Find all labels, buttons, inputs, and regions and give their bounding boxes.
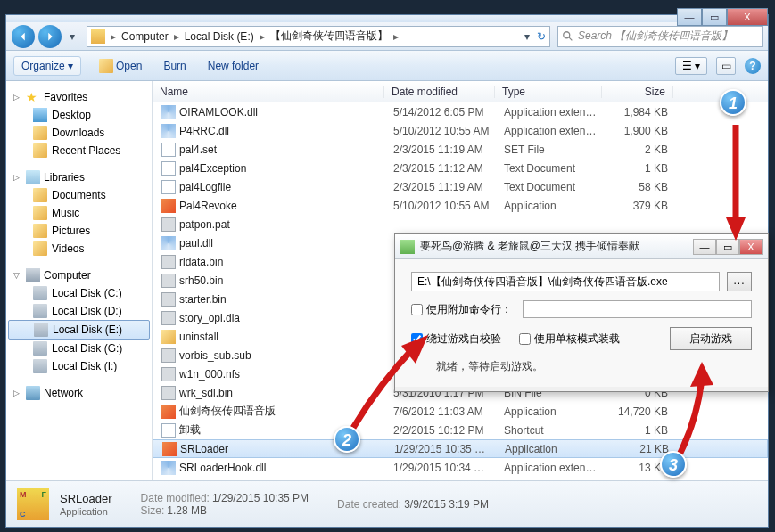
column-header-name[interactable]: Name	[153, 86, 384, 98]
annotation-badge-2: 2	[334, 426, 360, 453]
svg-point-0	[564, 31, 570, 37]
file-icon	[161, 386, 176, 400]
documents-icon	[33, 188, 47, 202]
file-name: pal4.set	[179, 143, 217, 156]
sidebar-item-drive-c[interactable]: Local Disk (C:)	[6, 284, 152, 302]
star-icon: ★	[26, 90, 40, 104]
dialog-minimize-button[interactable]: —	[693, 239, 716, 255]
burn-button[interactable]: Burn	[160, 57, 189, 75]
status-text: 就绪，等待启动游戏。	[436, 359, 752, 374]
help-button[interactable]: ?	[745, 58, 761, 74]
file-name: 卸载	[179, 422, 201, 438]
file-icon	[161, 461, 176, 475]
computer-icon	[26, 268, 40, 282]
chevron-down-icon[interactable]: ▾	[524, 30, 530, 43]
new-folder-button[interactable]: New folder	[204, 57, 262, 75]
skip-selfcheck-checkbox[interactable]: 绕过游戏自校验	[411, 331, 501, 347]
file-date: 5/10/2012 10:55 AM	[386, 125, 497, 137]
column-header-type[interactable]: Type	[495, 86, 602, 98]
sidebar-item-pictures[interactable]: Pictures	[6, 222, 152, 240]
breadcrumb-segment[interactable]: Computer	[118, 30, 172, 43]
column-header-date[interactable]: Date modified	[384, 86, 495, 98]
table-row[interactable]: pal4.set2/3/2015 11:19 AMSET File2 KB	[153, 140, 768, 159]
refresh-icon[interactable]: ↻	[537, 30, 546, 43]
organize-button[interactable]: Organize ▾	[13, 56, 81, 76]
file-size: 58 KB	[604, 181, 675, 193]
history-dropdown-icon[interactable]: ▾	[65, 30, 79, 43]
preview-pane-button[interactable]: ▭	[716, 57, 736, 75]
table-row[interactable]: 仙剑奇侠传四语音版7/6/2012 11:03 AMApplication14,…	[153, 402, 768, 421]
file-size: 379 KB	[604, 200, 675, 212]
breadcrumb-segment[interactable]: 【仙剑奇侠传四语音版】	[267, 29, 392, 44]
file-icon	[161, 311, 176, 325]
file-icon	[161, 124, 176, 138]
file-date: 1/29/2015 10:35 PM	[387, 443, 498, 455]
drive-icon	[33, 341, 47, 356]
file-name: OIRAMLOOK.dll	[179, 106, 258, 119]
app-icon	[400, 240, 415, 254]
table-row[interactable]: pal4Logfile2/3/2015 11:19 AMText Documen…	[153, 177, 768, 196]
sidebar-item-drive-i[interactable]: Local Disk (I:)	[6, 357, 152, 375]
file-icon	[161, 348, 176, 363]
dialog-maximize-button[interactable]: ▭	[716, 239, 739, 255]
file-date: 2/3/2015 11:19 AM	[386, 181, 497, 193]
exe-path-input[interactable]: E:\【仙剑奇侠传四语音版】\仙剑奇侠传四语音版.exe	[411, 272, 720, 291]
sidebar-item-downloads[interactable]: Downloads	[6, 124, 152, 142]
browse-button[interactable]: ...	[727, 272, 752, 291]
drive-icon	[34, 323, 48, 337]
table-row[interactable]: OIRAMLOOK.dll5/14/2012 6:05 PMApplicatio…	[153, 102, 768, 121]
sidebar-item-drive-d[interactable]: Local Disk (D:)	[6, 302, 152, 320]
sidebar-item-videos[interactable]: Videos	[6, 240, 152, 258]
dialog-titlebar[interactable]: 要死鸟@游腾 & 老旅鼠@三大汉 携手倾情奉献 — ▭ X	[395, 234, 768, 259]
dialog-title: 要死鸟@游腾 & 老旅鼠@三大汉 携手倾情奉献	[420, 239, 693, 254]
network-header[interactable]: ▷Network	[6, 384, 152, 402]
favorites-header[interactable]: ▷★Favorites	[6, 88, 152, 106]
back-button[interactable]	[12, 25, 35, 48]
file-name: pal4Logfile	[179, 181, 231, 193]
table-row[interactable]: 卸载2/2/2015 10:12 PMShortcut1 KB	[153, 421, 768, 439]
single-core-checkbox[interactable]: 使用单核模式装载	[519, 331, 620, 347]
breadcrumb[interactable]: ▸ Computer ▸ Local Disk (E:) ▸ 【仙剑奇侠传四语音…	[87, 26, 550, 47]
sidebar-item-desktop[interactable]: Desktop	[6, 106, 152, 124]
toolbar: Organize ▾ Open Burn New folder ☰ ▾ ▭ ?	[6, 51, 768, 81]
table-row[interactable]: P4RRC.dll5/10/2012 10:55 AMApplication e…	[153, 121, 768, 140]
file-icon	[161, 105, 176, 119]
file-name: rldata.bin	[179, 256, 223, 268]
sidebar-item-documents[interactable]: Documents	[6, 186, 152, 204]
libraries-header[interactable]: ▷Libraries	[6, 168, 152, 186]
file-large-icon: MFC	[17, 488, 49, 520]
file-type: Application	[497, 405, 604, 418]
sidebar-item-recent[interactable]: Recent Places	[6, 142, 152, 160]
maximize-button[interactable]: ▭	[702, 8, 727, 26]
view-options-button[interactable]: ☰ ▾	[675, 57, 707, 75]
close-button[interactable]: X	[727, 8, 768, 26]
sidebar-item-music[interactable]: Music	[6, 204, 152, 222]
table-row[interactable]: Pal4Revoke5/10/2012 10:55 AMApplication3…	[153, 196, 768, 215]
file-date: 5/14/2012 6:05 PM	[386, 106, 497, 119]
forward-button[interactable]	[38, 25, 62, 48]
sidebar-item-drive-g[interactable]: Local Disk (G:)	[6, 340, 152, 357]
launcher-dialog: 要死鸟@游腾 & 老旅鼠@三大汉 携手倾情奉献 — ▭ X E:\【仙剑奇侠传四…	[394, 233, 769, 392]
search-icon	[562, 30, 574, 43]
sidebar-item-drive-e[interactable]: Local Disk (E:)	[8, 320, 150, 340]
minimize-button[interactable]: —	[677, 8, 702, 26]
file-name: w1n_000.nfs	[179, 368, 240, 381]
chevron-right-icon: ▸	[392, 30, 400, 43]
computer-header[interactable]: ▽Computer	[6, 266, 152, 284]
extra-args-checkbox[interactable]: 使用附加命令行：	[411, 302, 512, 317]
file-name: Pal4Revoke	[179, 200, 237, 212]
column-header-size[interactable]: Size	[602, 86, 673, 98]
table-row[interactable]: patpon.pat	[153, 215, 768, 233]
table-row[interactable]: pal4Exception2/3/2015 11:12 AMText Docum…	[153, 159, 768, 177]
file-name: paul.dll	[179, 237, 213, 250]
file-date: 7/6/2012 11:03 AM	[386, 405, 497, 418]
file-date: 2/3/2015 11:19 AM	[386, 143, 497, 156]
file-date: 2/2/2015 10:12 PM	[386, 424, 497, 437]
breadcrumb-segment[interactable]: Local Disk (E:)	[181, 30, 258, 43]
libraries-icon	[26, 170, 40, 184]
launch-button[interactable]: 启动游戏	[670, 327, 752, 350]
extra-args-input[interactable]	[523, 300, 752, 318]
search-input[interactable]: Search 【仙剑奇侠传四语音版】	[557, 26, 763, 47]
open-button[interactable]: Open	[95, 56, 145, 76]
dialog-close-button[interactable]: X	[739, 239, 763, 255]
